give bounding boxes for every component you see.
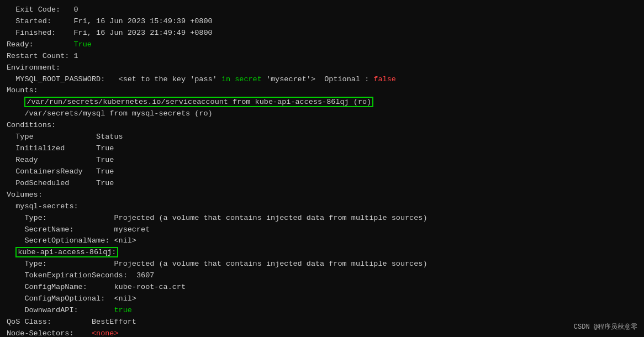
type2-line: Type: Projected (a volume that contains … <box>7 259 637 270</box>
kube-api-line: kube-api-access-86lqj: <box>7 247 637 259</box>
cond-ready-line: Ready True <box>7 155 637 166</box>
restart-line: Restart Count: 1 <box>7 51 637 62</box>
mounts-line: Mounts: <box>7 85 637 97</box>
mysql-secrets-line: mysql-secrets: <box>7 201 637 213</box>
node-sel-line: Node-Selectors: <none> <box>7 328 637 337</box>
exit-code-line: Exit Code: 0 <box>7 4 637 16</box>
downward-line: DownwardAPI: true <box>7 305 637 317</box>
mount1-line: /var/run/secrets/kubernetes.io/serviceac… <box>7 97 637 108</box>
configmap-line: ConfigMapName: kube-root-ca.crt <box>7 282 637 293</box>
mount1-boxed: /var/run/secrets/kubernetes.io/serviceac… <box>24 97 373 107</box>
configopt-line: ConfigMapOptional: <nil> <box>7 293 637 305</box>
terminal: Exit Code: 0 Started: Fri, 16 Jun 2023 1… <box>0 0 644 337</box>
secretname-line: SecretName: mysecret <box>7 224 637 236</box>
mysql-root-line: MYSQL_ROOT_PASSWORD: <set to the key 'pa… <box>7 74 637 86</box>
optional-value: false <box>373 75 396 83</box>
ready-value: True <box>74 40 92 49</box>
started-line: Started: Fri, 16 Jun 2023 15:49:39 +0800 <box>7 16 637 28</box>
secretoptional-line: SecretOptionalName: <nil> <box>7 235 637 247</box>
optional-label: Optional : <box>324 75 369 83</box>
downward-value: true <box>114 306 131 314</box>
cond-containers-line: ContainersReady True <box>7 166 637 178</box>
cond-pod-line: PodScheduled True <box>7 178 637 189</box>
mount2-line: /var/secrets/mysql from mysql-secrets (r… <box>7 108 637 120</box>
finished-line: Finished: Fri, 16 Jun 2023 21:49:49 +080… <box>7 28 637 39</box>
in-secret-text: in secret <box>221 75 262 83</box>
environment-line: Environment: <box>7 62 637 74</box>
qos-line: QoS Class: BestEffort <box>7 317 637 328</box>
tokenexp-line: TokenExpirationSeconds: 3607 <box>7 270 637 282</box>
node-sel-value: <none> <box>92 329 119 337</box>
watermark: CSDN @程序员秋意零 <box>574 322 637 333</box>
kube-api-boxed: kube-api-access-86lqj: <box>15 247 118 257</box>
conditions-line: Conditions: <box>7 120 637 131</box>
cond-header-line: Type Status <box>7 131 637 143</box>
ready-line: Ready: True <box>7 39 637 51</box>
volumes-line: Volumes: <box>7 189 637 201</box>
type1-line: Type: Projected (a volume that contains … <box>7 213 637 224</box>
cond-init-line: Initialized True <box>7 143 637 155</box>
